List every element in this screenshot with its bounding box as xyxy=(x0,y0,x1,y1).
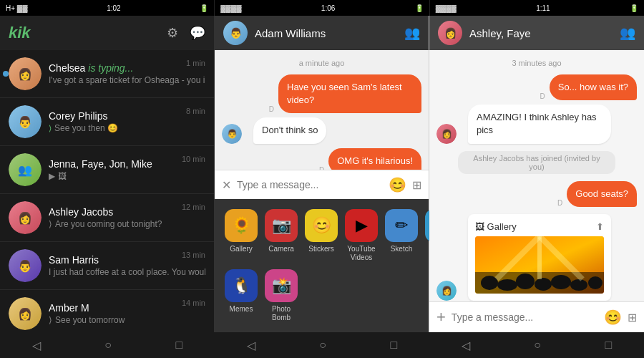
chat-time-group: 10 min xyxy=(182,155,205,163)
gallery-card: 🖼 Gallery ⬆ xyxy=(468,214,611,301)
avatar-amber: 👩 xyxy=(9,297,42,330)
time-2: 1:06 xyxy=(321,4,335,12)
close-icon[interactable]: ✕ xyxy=(222,178,231,192)
arrow-icon: ▶ xyxy=(49,171,55,181)
chat-item-amber[interactable]: 👩 Amber M ⟩ See you tomorrow 14 min xyxy=(0,290,214,332)
ashley-header-avatar: 👩 xyxy=(438,21,462,45)
chat-item-group[interactable]: 👥 Jenna, Faye, Jon, Mike ▶ 🖼 10 min xyxy=(0,146,214,194)
ashley-bubble-2: AMAZING! I think Ashley has pics xyxy=(468,105,611,143)
ashley-bubble-1: So... how was it? xyxy=(550,74,637,100)
chat-time-chelsea: 1 min xyxy=(186,59,205,67)
adam-avatar-msg: 👨 xyxy=(222,124,242,144)
signal-3: ▓▓▓▓ xyxy=(436,4,457,12)
sketch-option[interactable]: ✏ Sketch xyxy=(385,209,418,262)
media-picker: 🌻 Gallery 📷 Camera 😊 Stickers ▶ YouTube … xyxy=(215,199,429,332)
avatar-group: 👥 xyxy=(9,153,42,186)
recents-button[interactable]: □ xyxy=(176,339,183,352)
msg-bubble-1: Have you seen Sam's latest video? xyxy=(278,74,421,113)
ashley-msg-1: D So... how was it? xyxy=(436,74,637,100)
home-button[interactable]: ○ xyxy=(104,339,112,352)
recents-button-3[interactable]: □ xyxy=(605,339,613,352)
ashley-message-input[interactable] xyxy=(452,311,598,323)
ashley-msg-4: D Good seats? xyxy=(436,181,637,207)
camera-option[interactable]: 📷 Camera xyxy=(265,209,298,262)
ashley-bubble-4: Good seats? xyxy=(567,181,637,207)
status-bars: H+ ▓▓ 1:02 🔋 ▓▓▓▓ 1:06 🔋 ▓▓▓▓ 1:11 🔋 xyxy=(0,0,644,16)
chat-info-corey: Corey Philips ⟩ See you then 😊 xyxy=(49,110,205,133)
msg-bubble-2: Don't think so xyxy=(253,117,326,143)
youtube-option[interactable]: ▶ YouTube Videos xyxy=(345,209,378,262)
ashley-emoji-button[interactable]: 😊 xyxy=(604,309,622,326)
back-button-2[interactable]: ◁ xyxy=(247,339,255,352)
recents-button-2[interactable]: □ xyxy=(391,339,398,352)
camera-icon: 📷 xyxy=(265,209,298,242)
navigation-bar: ◁ ○ □ ◁ ○ □ ◁ ○ □ xyxy=(0,332,644,358)
memes-label: Memes xyxy=(230,305,253,314)
avatar-chelsea: 👩 xyxy=(9,57,42,90)
home-button-2[interactable]: ○ xyxy=(319,339,326,352)
settings-icon[interactable]: ⚙ xyxy=(167,25,178,41)
chat-item-ashley[interactable]: 👩 Ashley Jacobs ⟩ Are you coming out ton… xyxy=(0,194,214,242)
adam-message-input[interactable] xyxy=(237,179,383,190)
chat-preview-amber: ⟩ See you tomorrow xyxy=(49,315,205,325)
adam-name: Adam Williams xyxy=(255,27,397,39)
header-icons: ⚙ 💬 xyxy=(167,25,205,41)
chat-item-chelsea[interactable]: 👩 Chelsea is typing... I've got a spare … xyxy=(0,50,214,98)
chat-info-chelsea: Chelsea is typing... I've got a spare ti… xyxy=(49,62,205,85)
adam-header: 👨 Adam Williams 👥 xyxy=(215,16,429,50)
msg-row-3: D OMG it's hilarious! xyxy=(222,148,421,170)
contacts-icon[interactable]: 👥 xyxy=(404,25,420,41)
chat-item-sam[interactable]: 👨 Sam Harris I just had coffee at a cool… xyxy=(0,242,214,290)
photo-bomb-option[interactable]: 📸 Photo Bomb xyxy=(265,269,298,322)
chat-list-panel: kik ⚙ 💬 👩 Chelsea is typing... I've got xyxy=(0,16,215,332)
kik-status: ⟩ xyxy=(49,315,52,325)
list-header: kik ⚙ 💬 xyxy=(0,16,214,50)
gallery-option[interactable]: 🌻 Gallery xyxy=(225,209,258,262)
nav-section-1: ◁ ○ □ xyxy=(0,332,215,358)
unread-dot xyxy=(3,71,9,77)
ashley-timestamp: 3 minutes ago xyxy=(436,59,637,67)
chat-time-sam: 13 min xyxy=(182,251,205,259)
add-media-icon[interactable]: + xyxy=(436,308,446,326)
battery-1: 🔋 xyxy=(200,4,208,12)
ashley-msg-status-4: D xyxy=(557,199,562,207)
memes-option[interactable]: 🐧 Memes xyxy=(225,269,258,322)
time-1: 1:02 xyxy=(107,4,120,12)
share-icon[interactable]: ⬆ xyxy=(596,221,604,232)
ashley-contact-name: Ashley, Faye xyxy=(469,27,613,39)
chat-time-ashley: 12 min xyxy=(182,203,205,211)
concert-image xyxy=(475,236,604,294)
stickers-option[interactable]: 😊 Stickers xyxy=(305,209,338,262)
battery-3: 🔋 xyxy=(630,4,638,12)
back-button[interactable]: ◁ xyxy=(32,339,41,352)
memes-icon: 🐧 xyxy=(225,269,258,302)
svg-point-7 xyxy=(570,279,587,291)
svg-point-8 xyxy=(588,276,602,289)
more-options-icon[interactable]: ⊞ xyxy=(412,178,421,192)
msg-row-1: D Have you seen Sam's latest video? xyxy=(222,74,421,113)
photo-bomb-label: Photo Bomb xyxy=(265,305,298,322)
adam-input-area: ✕ 😊 ⊞ xyxy=(215,170,429,199)
ashley-msg-2: 👩 AMAZING! I think Ashley has pics xyxy=(436,105,637,143)
nav-section-2: ◁ ○ □ xyxy=(215,332,429,358)
ashley-avatar-msg: 👩 xyxy=(436,124,457,144)
status-bar-2: ▓▓▓▓ 1:06 🔋 xyxy=(215,0,429,16)
compose-icon[interactable]: 💬 xyxy=(190,25,205,41)
ashley-msg-status-1: D xyxy=(540,92,545,100)
chat-time-amber: 14 min xyxy=(182,299,205,307)
status-bar-3: ▓▓▓▓ 1:11 🔋 xyxy=(430,0,644,16)
chat-name-corey: Corey Philips xyxy=(49,110,205,122)
ashley-more-options-icon[interactable]: ⊞ xyxy=(628,311,637,324)
msg-status-1: D xyxy=(269,105,274,113)
emoji-button[interactable]: 😊 xyxy=(389,176,406,193)
nav-section-3: ◁ ○ □ xyxy=(429,332,644,358)
chat-item-corey[interactable]: 👨 Corey Philips ⟩ See you then 😊 8 min xyxy=(0,98,214,146)
avatar-corey: 👨 xyxy=(9,105,42,138)
home-button-3[interactable]: ○ xyxy=(534,339,541,352)
chat-preview-group: ▶ 🖼 xyxy=(49,171,205,181)
svg-point-5 xyxy=(535,278,552,291)
back-button-3[interactable]: ◁ xyxy=(462,339,470,352)
svg-point-6 xyxy=(551,275,571,289)
chat-list: 👩 Chelsea is typing... I've got a spare … xyxy=(0,50,214,332)
ashley-contacts-icon[interactable]: 👥 xyxy=(620,25,635,41)
